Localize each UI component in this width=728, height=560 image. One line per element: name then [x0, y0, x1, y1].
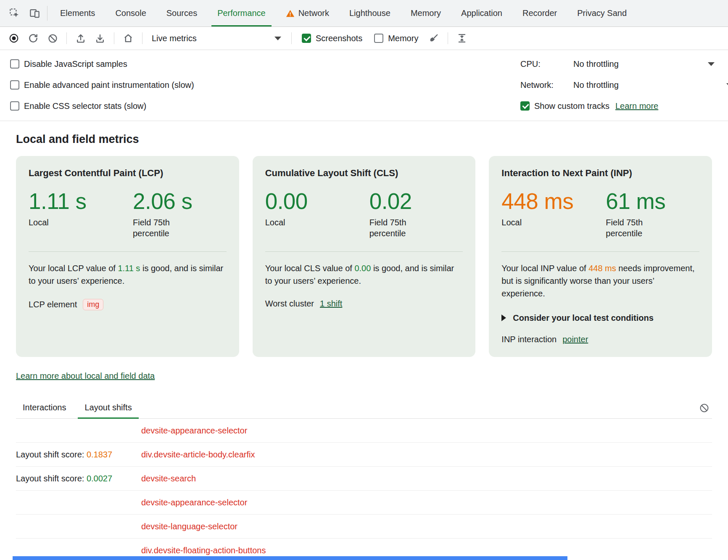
network-throttling-value: No throttling — [573, 80, 619, 90]
download-icon — [95, 33, 106, 44]
disable-js-samples-checkbox[interactable]: Disable JavaScript samples — [10, 59, 127, 69]
tab-application[interactable]: Application — [451, 0, 512, 26]
element-link[interactable]: devsite-language-selector — [141, 522, 237, 531]
collapse-vertical-icon — [456, 33, 467, 44]
lcp-local-value: 1.11 s — [29, 190, 133, 213]
memory-checkbox[interactable]: Memory — [369, 34, 423, 43]
tab-layout-shifts[interactable]: Layout shifts — [78, 398, 138, 418]
caret-down-icon — [274, 37, 281, 40]
tab-network[interactable]: Network — [276, 0, 339, 26]
inp-local-value: 448 ms — [501, 190, 606, 213]
device-toolbar-button[interactable] — [24, 0, 45, 26]
inp-interaction-label: INP interaction — [501, 335, 557, 344]
record-and-reload-button[interactable] — [24, 30, 42, 47]
load-profile-button[interactable] — [72, 30, 90, 47]
cls-card: Cumulative Layout Shift (CLS) 0.00 Local… — [253, 156, 476, 357]
save-profile-button[interactable] — [91, 30, 109, 47]
network-throttling-select[interactable]: Network: No throttling — [520, 74, 728, 95]
cls-card-title: Cumulative Layout Shift (CLS) — [265, 168, 463, 179]
tab-lighthouse[interactable]: Lighthouse — [339, 0, 401, 26]
lcp-element-link[interactable]: img — [83, 299, 103, 310]
show-custom-tracks-checkbox[interactable]: Show custom tracks — [520, 101, 609, 111]
screenshots-checkbox[interactable]: Screenshots — [297, 34, 367, 43]
fit-tracks-button[interactable] — [453, 30, 471, 47]
score-value: 0.0027 — [87, 474, 112, 483]
inp-field: 61 ms Field 75th percentile — [606, 190, 699, 239]
layout-shift-row[interactable]: devsite-language-selector — [16, 515, 712, 539]
local-field-metrics-heading: Local and field metrics — [16, 133, 712, 146]
clear-log-button[interactable] — [696, 400, 712, 416]
element-link[interactable]: devsite-search — [141, 474, 196, 483]
option-label: Enable CSS selector stats (slow) — [24, 101, 146, 111]
cpu-throttling-select[interactable]: CPU: No throttling — [520, 53, 728, 74]
clear-button[interactable] — [44, 30, 61, 47]
score-cell: Layout shift score: 0.0027 — [16, 474, 141, 483]
circle-slash-icon — [47, 33, 58, 44]
lcp-card-title: Largest Contentful Paint (LCP) — [29, 168, 227, 179]
layout-shift-row[interactable]: Layout shift score: 0.0027 devsite-searc… — [16, 467, 712, 491]
checkbox-unchecked-icon — [374, 34, 383, 43]
disclosure-triangle-icon — [501, 314, 506, 321]
horizontal-scrollbar-thumb[interactable] — [13, 556, 567, 560]
tab-performance[interactable]: Performance — [207, 0, 276, 26]
panel-mode-select[interactable]: Live metrics — [148, 30, 286, 47]
lcp-field-value: 2.06 s — [133, 190, 227, 213]
tab-privacy-sandbox[interactable]: Privacy Sand — [567, 0, 637, 26]
inspect-element-button[interactable] — [4, 0, 24, 26]
tab-recorder[interactable]: Recorder — [512, 0, 567, 26]
tab-memory[interactable]: Memory — [401, 0, 451, 26]
css-selector-stats-checkbox[interactable]: Enable CSS selector stats (slow) — [10, 101, 146, 111]
metric-cards: Largest Contentful Paint (LCP) 1.11 s Lo… — [16, 156, 712, 357]
devtools-tabbar: Elements Console Sources Performance Net… — [0, 0, 728, 27]
inp-field-label: Field 75th percentile — [606, 217, 661, 239]
layout-shift-row[interactable]: Layout shift score: 0.1837 div.devsite-a… — [16, 443, 712, 467]
tab-interactions[interactable]: Interactions — [16, 398, 73, 418]
tab-sources[interactable]: Sources — [156, 0, 207, 26]
inp-local: 448 ms Local — [501, 190, 606, 239]
record-button[interactable] — [5, 30, 23, 47]
lcp-local-label: Local — [29, 217, 84, 228]
element-link[interactable]: div.devsite-floating-action-buttons — [141, 546, 266, 555]
option-label: Disable JavaScript samples — [24, 59, 127, 69]
inspect-cursor-icon — [9, 8, 20, 19]
element-link[interactable]: devsite-appearance-selector — [141, 426, 247, 436]
tab-label: Interactions — [23, 403, 66, 412]
lcp-card: Largest Contentful Paint (LCP) 1.11 s Lo… — [16, 156, 239, 357]
performance-toolbar: Live metrics Screenshots Memory — [0, 27, 728, 50]
home-button[interactable] — [119, 30, 137, 47]
layout-shift-row[interactable]: devsite-appearance-selector — [16, 419, 712, 443]
worst-cluster-link[interactable]: 1 shift — [320, 299, 342, 309]
collect-garbage-button[interactable] — [425, 30, 443, 47]
divider — [66, 32, 67, 44]
cls-field-label: Field 75th percentile — [369, 217, 425, 239]
divider — [448, 32, 448, 44]
capture-settings: Disable JavaScript samples Enable advanc… — [0, 50, 728, 121]
inp-inline-value: 448 ms — [588, 264, 616, 273]
cls-field: 0.02 Field 75th percentile — [369, 190, 463, 239]
divider — [291, 32, 292, 44]
worst-cluster-label: Worst cluster — [265, 299, 314, 309]
lcp-local: 1.11 s Local — [29, 190, 133, 239]
circle-slash-icon — [699, 403, 710, 413]
advanced-paint-checkbox[interactable]: Enable advanced paint instrumentation (s… — [10, 80, 194, 90]
element-link[interactable]: devsite-appearance-selector — [141, 498, 247, 507]
live-metrics-log: Interactions Layout shifts devsite-appea… — [16, 398, 712, 560]
tab-label: Network — [298, 8, 329, 18]
divider — [501, 251, 699, 252]
tab-label: Sources — [166, 8, 197, 18]
tab-elements[interactable]: Elements — [50, 0, 105, 26]
panel-mode-value: Live metrics — [152, 34, 197, 43]
local-test-conditions-toggle[interactable]: Consider your local test conditions — [501, 313, 699, 323]
learn-more-local-field-link[interactable]: Learn more about local and field data — [16, 371, 155, 381]
tab-console[interactable]: Console — [105, 0, 156, 26]
inp-interaction-link[interactable]: pointer — [562, 335, 588, 344]
divider — [142, 32, 142, 44]
lcp-description: Your local LCP value of 1.11 s is good, … — [29, 262, 227, 287]
tab-label: Layout shifts — [84, 403, 132, 412]
layout-shift-row[interactable]: devsite-appearance-selector — [16, 491, 712, 515]
element-link[interactable]: div.devsite-article-body.clearfix — [141, 450, 255, 460]
learn-more-link[interactable]: Learn more — [615, 101, 658, 111]
cls-local: 0.00 Local — [265, 190, 369, 239]
log-tabbar: Interactions Layout shifts — [16, 398, 712, 419]
refresh-icon — [28, 33, 39, 44]
